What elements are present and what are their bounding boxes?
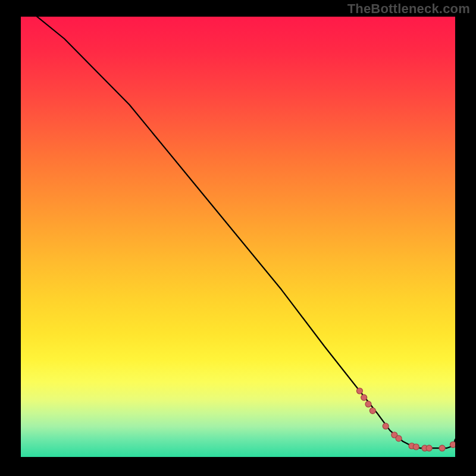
plot-overlay (21, 17, 455, 457)
marker-point (365, 401, 371, 407)
marker-point (439, 445, 445, 451)
bottleneck-curve (21, 17, 455, 448)
marker-point (396, 436, 402, 441)
marker-group (356, 388, 455, 451)
chart-frame: TheBottleneck.com (0, 0, 476, 476)
watermark-text: TheBottleneck.com (347, 1, 470, 17)
marker-point (356, 388, 362, 394)
marker-point (369, 408, 375, 414)
marker-point (361, 394, 367, 400)
marker-point (413, 444, 419, 450)
marker-point (450, 441, 455, 447)
marker-point (383, 423, 389, 429)
plot-area (21, 17, 455, 457)
marker-point (426, 445, 432, 451)
